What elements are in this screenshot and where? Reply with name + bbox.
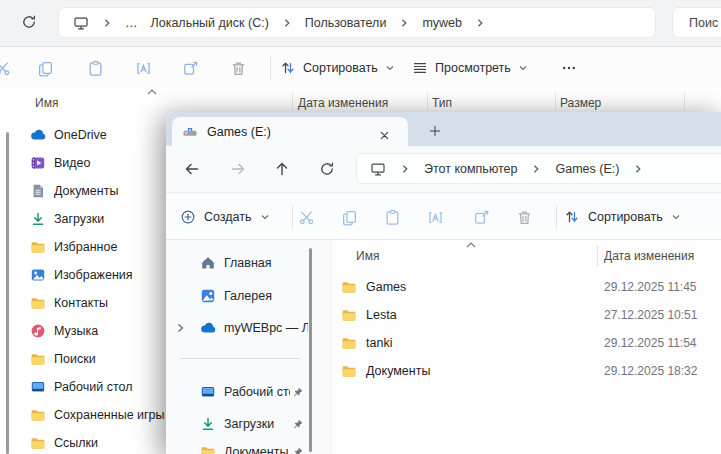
view-button[interactable]: Просмотреть: [412, 51, 528, 85]
tab-games[interactable]: Games (E:): [172, 117, 408, 146]
column-type[interactable]: Тип: [432, 96, 452, 110]
downloads-icon: [200, 416, 216, 432]
sort-button[interactable]: Сортировать: [564, 201, 681, 233]
see-more-button[interactable]: [552, 51, 586, 85]
sidebar-item-desktop[interactable]: Рабочий стол: [166, 377, 326, 407]
up-button[interactable]: [267, 154, 297, 184]
column-name[interactable]: Имя: [35, 96, 58, 110]
up-arrow-icon: [274, 161, 290, 177]
sidebar-item-downloads[interactable]: Загрузки: [166, 409, 326, 439]
command-toolbar: Создать Сортировать: [166, 192, 721, 240]
paste-button[interactable]: [375, 200, 409, 234]
background-file-list: OneDrive Видео Документы Загрузки Избран…: [0, 121, 180, 454]
breadcrumb-users[interactable]: Пользователи: [305, 16, 387, 30]
new-label: Создать: [204, 210, 252, 224]
delete-button[interactable]: [507, 200, 541, 234]
back-button[interactable]: [177, 154, 207, 184]
list-item[interactable]: Музыка: [0, 317, 180, 345]
desktop-icon: [200, 384, 216, 400]
column-size[interactable]: Размер: [560, 96, 601, 110]
file-date: 29.12.2025 18:32: [604, 364, 697, 378]
share-button[interactable]: [464, 200, 498, 234]
list-item[interactable]: Избранное: [0, 233, 180, 261]
breadcrumb-myweb[interactable]: myweb: [422, 16, 462, 30]
breadcrumb-games-e[interactable]: Games (E:): [555, 162, 619, 176]
file-rows: Games 29.12.2025 11:45 Lesta 27.12.2025 …: [332, 273, 721, 385]
sidebar-item-home[interactable]: Главная: [166, 248, 326, 278]
copy-icon: [37, 60, 54, 77]
video-icon: [30, 155, 46, 171]
sidebar-item-gallery[interactable]: Галерея: [166, 281, 326, 311]
rename-button[interactable]: [126, 51, 160, 85]
address-bar[interactable]: Этот компьютер Games (E:): [356, 153, 721, 184]
file-list: Имя Дата изменения Games 29.12.2025 11:4…: [331, 240, 721, 454]
list-item[interactable]: Рабочий стол: [0, 373, 180, 401]
column-name[interactable]: Имя: [356, 249, 379, 263]
background-toolbar: Сортировать Просмотреть: [0, 47, 721, 89]
tab-bar: Games (E:): [166, 112, 721, 146]
breadcrumb-chevron-icon[interactable]: [531, 164, 541, 174]
this-pc-icon[interactable]: [73, 15, 89, 31]
list-item[interactable]: Контакты: [0, 289, 180, 317]
breadcrumb-chevron-icon[interactable]: [633, 164, 643, 174]
file-row[interactable]: Документы 29.12.2025 18:32: [332, 357, 721, 385]
search-input[interactable]: Поис: [672, 7, 721, 38]
pin-icon: [292, 386, 304, 398]
cut-icon: [298, 209, 315, 226]
this-pc-icon[interactable]: [370, 161, 386, 177]
scrollbar-thumb[interactable]: [309, 248, 312, 452]
list-item[interactable]: Загрузки: [0, 205, 180, 233]
list-item[interactable]: Ссылки: [0, 429, 180, 454]
breadcrumb-this-pc[interactable]: Этот компьютер: [424, 162, 517, 176]
list-item[interactable]: Сохраненные игры: [0, 401, 180, 429]
sidebar-item-documents[interactable]: Документы: [166, 437, 326, 454]
breadcrumb-overflow[interactable]: …: [125, 16, 138, 30]
file-name: Документы: [366, 364, 430, 378]
breadcrumb-chevron-icon[interactable]: [400, 164, 410, 174]
list-item[interactable]: Документы: [0, 177, 180, 205]
breadcrumb-chevron-icon[interactable]: [282, 18, 292, 28]
cut-button[interactable]: [289, 200, 323, 234]
gallery-icon: [200, 288, 216, 304]
copy-button[interactable]: [332, 200, 366, 234]
refresh-button[interactable]: [312, 154, 342, 184]
tab-title: Games (E:): [207, 125, 271, 139]
file-date: 29.12.2025 11:45: [604, 280, 697, 294]
chevron-right-icon[interactable]: [176, 322, 185, 334]
list-item[interactable]: Изображения: [0, 261, 180, 289]
scrollbar-thumb[interactable]: [6, 132, 9, 454]
file-row[interactable]: tanki 29.12.2025 11:54: [332, 329, 721, 357]
rename-button[interactable]: [418, 200, 452, 234]
file-row[interactable]: Lesta 27.12.2025 10:51: [332, 301, 721, 329]
breadcrumb-chevron-icon[interactable]: [102, 18, 112, 28]
navigation-bar: Этот компьютер Games (E:): [166, 146, 721, 192]
paste-button[interactable]: [78, 51, 112, 85]
breadcrumb-chevron-icon[interactable]: [399, 18, 409, 28]
column-date[interactable]: Дата изменения: [298, 96, 388, 110]
sidebar-item-onedrive[interactable]: myWEBpc — Ли: [166, 313, 326, 343]
rename-icon: [135, 60, 152, 77]
list-item[interactable]: Видео: [0, 149, 180, 177]
share-button[interactable]: [173, 51, 207, 85]
breadcrumb-drive-c[interactable]: Локальный диск (C:): [151, 16, 269, 30]
refresh-button[interactable]: [14, 7, 44, 37]
list-item[interactable]: OneDrive: [0, 121, 180, 149]
tab-close-button[interactable]: [374, 125, 394, 145]
cut-button[interactable]: [0, 51, 19, 85]
plus-icon: [428, 124, 442, 138]
delete-button[interactable]: [221, 51, 255, 85]
list-item[interactable]: Поиски: [0, 345, 180, 373]
address-bar[interactable]: … Локальный диск (C:) Пользователи myweb: [58, 7, 656, 38]
copy-button[interactable]: [28, 51, 62, 85]
column-date[interactable]: Дата изменения: [604, 249, 694, 263]
navigation-pane: Главная Галерея myWEBpc — Ли Рабочий сто…: [166, 240, 331, 454]
file-date: 27.12.2025 10:51: [604, 308, 697, 322]
breadcrumb-chevron-icon[interactable]: [475, 18, 485, 28]
file-row[interactable]: Games 29.12.2025 11:45: [332, 273, 721, 301]
sort-button[interactable]: Сортировать: [280, 51, 395, 85]
new-tab-button[interactable]: [422, 118, 448, 144]
pin-icon: [292, 446, 304, 454]
forward-button[interactable]: [223, 154, 253, 184]
file-name: Games: [366, 280, 406, 294]
new-button[interactable]: Создать: [180, 201, 270, 233]
